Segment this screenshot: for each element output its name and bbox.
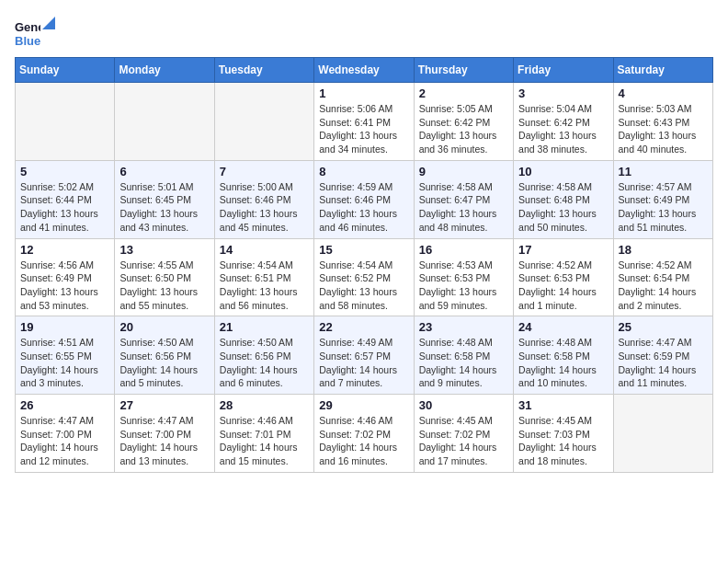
day-info: Sunrise: 4:46 AMSunset: 7:02 PMDaylight:… — [319, 414, 408, 468]
day-number: 17 — [518, 243, 608, 257]
day-info: Sunrise: 4:56 AMSunset: 6:49 PMDaylight:… — [20, 259, 109, 313]
day-number: 2 — [419, 86, 508, 100]
logo-arrow-icon — [42, 17, 55, 29]
day-number: 23 — [419, 320, 508, 334]
day-info: Sunrise: 4:54 AMSunset: 6:52 PMDaylight:… — [319, 259, 408, 313]
calendar-cell: 7Sunrise: 5:00 AMSunset: 6:46 PMDaylight… — [214, 160, 313, 238]
day-info: Sunrise: 5:01 AMSunset: 6:45 PMDaylight:… — [119, 180, 209, 235]
day-number: 18 — [619, 243, 708, 257]
day-number: 3 — [518, 86, 608, 100]
day-info: Sunrise: 4:51 AMSunset: 6:55 PMDaylight:… — [20, 336, 109, 390]
day-number: 10 — [518, 165, 608, 178]
day-info: Sunrise: 4:58 AMSunset: 6:48 PMDaylight:… — [518, 180, 608, 235]
day-number: 15 — [319, 243, 408, 257]
calendar-cell: 12Sunrise: 4:56 AMSunset: 6:49 PMDayligh… — [16, 238, 115, 316]
day-number: 31 — [518, 398, 608, 412]
day-number: 12 — [20, 243, 109, 257]
day-info: Sunrise: 5:06 AMSunset: 6:41 PMDaylight:… — [319, 102, 408, 156]
calendar-cell: 27Sunrise: 4:47 AMSunset: 7:00 PMDayligh… — [115, 395, 214, 473]
svg-text:Blue: Blue — [15, 34, 40, 48]
day-info: Sunrise: 4:59 AMSunset: 6:46 PMDaylight:… — [319, 180, 408, 235]
day-number: 26 — [20, 398, 109, 412]
calendar-cell: 23Sunrise: 4:48 AMSunset: 6:58 PMDayligh… — [414, 316, 513, 395]
day-number: 21 — [220, 320, 309, 334]
day-info: Sunrise: 4:50 AMSunset: 6:56 PMDaylight:… — [119, 336, 209, 390]
calendar-cell: 30Sunrise: 4:45 AMSunset: 7:02 PMDayligh… — [414, 395, 513, 473]
calendar-cell — [214, 83, 313, 161]
calendar-cell: 9Sunrise: 4:58 AMSunset: 6:47 PMDaylight… — [414, 160, 513, 238]
day-number: 7 — [220, 165, 309, 178]
calendar-week-row: 19Sunrise: 4:51 AMSunset: 6:55 PMDayligh… — [16, 316, 713, 395]
day-info: Sunrise: 4:45 AMSunset: 7:02 PMDaylight:… — [419, 414, 508, 468]
calendar-cell — [613, 395, 712, 473]
calendar-cell: 10Sunrise: 4:58 AMSunset: 6:48 PMDayligh… — [514, 160, 613, 238]
calendar-cell: 20Sunrise: 4:50 AMSunset: 6:56 PMDayligh… — [115, 316, 214, 395]
day-number: 24 — [518, 320, 608, 334]
calendar-cell: 3Sunrise: 5:04 AMSunset: 6:42 PMDaylight… — [514, 83, 613, 161]
page-header: General Blue — [15, 15, 713, 50]
calendar-cell: 14Sunrise: 4:54 AMSunset: 6:51 PMDayligh… — [214, 238, 313, 316]
day-info: Sunrise: 4:47 AMSunset: 7:00 PMDaylight:… — [119, 414, 209, 468]
day-info: Sunrise: 5:05 AMSunset: 6:42 PMDaylight:… — [419, 102, 508, 156]
logo-svg: General Blue — [15, 15, 40, 50]
day-number: 1 — [319, 86, 408, 100]
weekday-header-friday: Friday — [514, 58, 613, 83]
day-number: 6 — [119, 165, 209, 178]
day-info: Sunrise: 4:45 AMSunset: 7:03 PMDaylight:… — [518, 414, 608, 468]
calendar-cell: 2Sunrise: 5:05 AMSunset: 6:42 PMDaylight… — [414, 83, 513, 161]
day-number: 8 — [319, 165, 408, 178]
day-number: 16 — [419, 243, 508, 257]
calendar-cell — [16, 83, 115, 161]
weekday-header-thursday: Thursday — [414, 58, 513, 83]
day-info: Sunrise: 5:04 AMSunset: 6:42 PMDaylight:… — [518, 102, 608, 156]
logo: General Blue — [15, 15, 55, 50]
calendar-cell: 8Sunrise: 4:59 AMSunset: 6:46 PMDaylight… — [314, 160, 414, 238]
weekday-header-wednesday: Wednesday — [314, 58, 414, 83]
weekday-header-row: SundayMondayTuesdayWednesdayThursdayFrid… — [16, 58, 713, 83]
day-info: Sunrise: 5:03 AMSunset: 6:43 PMDaylight:… — [619, 102, 708, 156]
calendar-cell: 13Sunrise: 4:55 AMSunset: 6:50 PMDayligh… — [115, 238, 214, 316]
day-number: 30 — [419, 398, 508, 412]
calendar-cell: 15Sunrise: 4:54 AMSunset: 6:52 PMDayligh… — [314, 238, 414, 316]
day-number: 14 — [220, 243, 309, 257]
calendar-week-row: 1Sunrise: 5:06 AMSunset: 6:41 PMDaylight… — [16, 83, 713, 161]
day-info: Sunrise: 5:02 AMSunset: 6:44 PMDaylight:… — [20, 180, 109, 235]
weekday-header-tuesday: Tuesday — [214, 58, 313, 83]
weekday-header-monday: Monday — [115, 58, 214, 83]
day-info: Sunrise: 4:54 AMSunset: 6:51 PMDaylight:… — [220, 259, 309, 313]
day-info: Sunrise: 4:50 AMSunset: 6:56 PMDaylight:… — [220, 336, 309, 390]
day-info: Sunrise: 4:48 AMSunset: 6:58 PMDaylight:… — [419, 336, 508, 390]
day-number: 19 — [20, 320, 109, 334]
calendar-cell: 6Sunrise: 5:01 AMSunset: 6:45 PMDaylight… — [115, 160, 214, 238]
calendar-cell: 4Sunrise: 5:03 AMSunset: 6:43 PMDaylight… — [613, 83, 712, 161]
calendar-cell: 17Sunrise: 4:52 AMSunset: 6:53 PMDayligh… — [514, 238, 613, 316]
svg-marker-2 — [42, 17, 55, 29]
day-number: 13 — [119, 243, 209, 257]
day-number: 27 — [119, 398, 209, 412]
calendar-week-row: 12Sunrise: 4:56 AMSunset: 6:49 PMDayligh… — [16, 238, 713, 316]
calendar-cell: 25Sunrise: 4:47 AMSunset: 6:59 PMDayligh… — [613, 316, 712, 395]
calendar-cell: 29Sunrise: 4:46 AMSunset: 7:02 PMDayligh… — [314, 395, 414, 473]
day-number: 25 — [619, 320, 708, 334]
calendar-cell: 1Sunrise: 5:06 AMSunset: 6:41 PMDaylight… — [314, 83, 414, 161]
day-info: Sunrise: 4:57 AMSunset: 6:49 PMDaylight:… — [619, 180, 708, 235]
day-info: Sunrise: 4:47 AMSunset: 7:00 PMDaylight:… — [20, 414, 109, 468]
calendar-week-row: 26Sunrise: 4:47 AMSunset: 7:00 PMDayligh… — [16, 395, 713, 473]
day-info: Sunrise: 4:53 AMSunset: 6:53 PMDaylight:… — [419, 259, 508, 313]
calendar-cell: 16Sunrise: 4:53 AMSunset: 6:53 PMDayligh… — [414, 238, 513, 316]
day-number: 28 — [220, 398, 309, 412]
day-info: Sunrise: 4:49 AMSunset: 6:57 PMDaylight:… — [319, 336, 408, 390]
calendar-cell: 22Sunrise: 4:49 AMSunset: 6:57 PMDayligh… — [314, 316, 414, 395]
day-info: Sunrise: 5:00 AMSunset: 6:46 PMDaylight:… — [220, 180, 309, 235]
calendar-cell: 26Sunrise: 4:47 AMSunset: 7:00 PMDayligh… — [16, 395, 115, 473]
day-info: Sunrise: 4:52 AMSunset: 6:54 PMDaylight:… — [619, 259, 708, 313]
calendar-cell: 5Sunrise: 5:02 AMSunset: 6:44 PMDaylight… — [16, 160, 115, 238]
day-info: Sunrise: 4:58 AMSunset: 6:47 PMDaylight:… — [419, 180, 508, 235]
day-info: Sunrise: 4:48 AMSunset: 6:58 PMDaylight:… — [518, 336, 608, 390]
calendar-cell: 31Sunrise: 4:45 AMSunset: 7:03 PMDayligh… — [514, 395, 613, 473]
day-number: 29 — [319, 398, 408, 412]
day-info: Sunrise: 4:47 AMSunset: 6:59 PMDaylight:… — [619, 336, 708, 390]
day-number: 9 — [419, 165, 508, 178]
weekday-header-sunday: Sunday — [16, 58, 115, 83]
calendar-cell: 24Sunrise: 4:48 AMSunset: 6:58 PMDayligh… — [514, 316, 613, 395]
